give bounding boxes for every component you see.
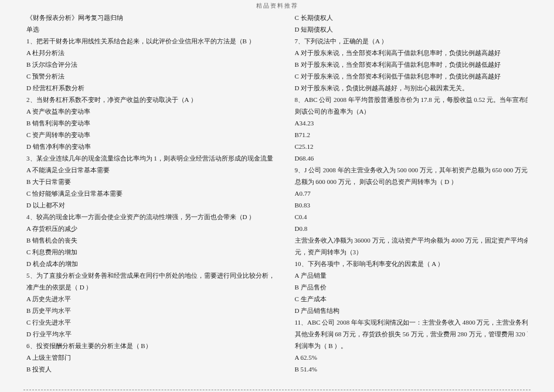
text-line: C25.12	[295, 141, 528, 152]
text-line: C 恰好能够满足企业日常基本需要	[26, 188, 274, 199]
text-line: C 行业先进水平	[26, 316, 274, 328]
text-line: B 沃尔综合评分法	[26, 59, 274, 70]
text-line: 2、当财务杠杆系数不变时，净资产收益的变动取决于（A ）	[26, 94, 274, 105]
text-line: 元，资产周转率为（3）	[295, 246, 528, 258]
text-line: 准产生的依据是（ D ）	[26, 281, 274, 293]
text-line: B 销售利润率的变动率	[26, 117, 274, 129]
text-line: A 上级主管部门	[26, 352, 274, 363]
text-line: 单选	[26, 23, 274, 35]
text-line: 7、下列说法中，正确的是（A ）	[295, 35, 528, 47]
text-line: A 62.5%	[295, 352, 528, 363]
text-line: C 预警分析法	[26, 70, 274, 82]
text-line: 10、下列各项中，不影响毛利率变化的因素是（ A ）	[295, 258, 528, 270]
text-line: 4、较高的现金比率一方面会使企业资产的流动性增强，另一方面也会带来（D ）	[26, 211, 274, 223]
text-line: 5、为了直接分析企业财务善和经营成果在同行中所处的地位，需要进行同业比较分析，其…	[26, 270, 274, 281]
text-line: D0.8	[295, 223, 528, 234]
text-line: C0.4	[295, 211, 528, 223]
text-line: B 销售机会的丧失	[26, 234, 274, 246]
text-line: 其他业务利润 68 万元，存货跌价损失 56 万元，营业费用 280 万元，管理…	[295, 328, 528, 340]
text-line: C 资产周转率的变动率	[26, 129, 274, 141]
text-line: 总额为 600 000 万元， 则该公司的总资产周转率为（ D ）	[295, 176, 528, 188]
text-line: A 杜邦分析法	[26, 47, 274, 59]
text-line: 11、ABC 公司 2008 年年实现利润情况如一：主营业务收入 4800 万元…	[295, 316, 528, 328]
header-banner: 精品资料推荐	[0, 0, 554, 12]
text-line: 则该公司的市盈率为（A）	[295, 105, 528, 117]
text-line: A 不能满足企业日常基本需要	[26, 164, 274, 176]
text-line: B 产品售价	[295, 281, 528, 293]
text-line: C 生产成本	[295, 293, 528, 305]
text-line: 利润率为（ B ）。	[295, 340, 528, 352]
text-line: 《财务报表分析》网考复习题归纳	[26, 12, 274, 23]
text-line: 主营业务收入净额为 36000 万元，流动资产平均余额为 4000 万元，固定资…	[295, 234, 528, 246]
text-line: D 产品销售结构	[295, 305, 528, 316]
text-line: A34.23	[295, 117, 528, 129]
text-line: 3、某企业连续几年的现金流量综合比率均为 1，则表明企业经营活动所形成的现金流量…	[26, 152, 274, 164]
text-line: C 利息费用的增加	[26, 246, 274, 258]
text-line: B 大于日常需要	[26, 176, 274, 188]
text-line: D 行业平均水平	[26, 328, 274, 340]
text-line: A 存货积压的减少	[26, 223, 274, 234]
text-line: D 以上都不对	[26, 199, 274, 211]
text-line: 6、投资报酬分析最主要的分析主体是（ B）	[26, 340, 274, 352]
text-line: A 资产收益率的变动率	[26, 105, 274, 117]
text-line: A 对于股东来说，当全部资本利润高于借款利息率时，负债比例越高越好	[295, 47, 528, 59]
left-column: 《财务报表分析》网考复习题归纳单选1、把若干财务比率用线性关系结合起来，以此评价…	[23, 12, 277, 375]
text-line: 1、把若干财务比率用线性关系结合起来，以此评价企业信用水平的方法是（B ）	[26, 35, 274, 47]
text-line: 9、J 公司 2008 年的主营业务收入为 500 000 万元，其年初资产总额…	[295, 164, 528, 176]
text-line: B71.2	[295, 129, 528, 141]
right-column: C 长期债权人D 短期债权人7、下列说法中，正确的是（A ）A 对于股东来说，当…	[277, 12, 531, 375]
text-line: B 对于股东来说，当全部资本利润高于借款利息率时，负债比例越低越好	[295, 59, 528, 70]
footer-divider	[23, 390, 531, 390]
text-line: D 经营杠杆系数分析	[26, 82, 274, 94]
text-line: B 投资人	[26, 363, 274, 375]
text-line: D 短期债权人	[295, 23, 528, 35]
text-line: C 对于股东来说，当全部资本利润低于借款利息率时，负债比例越高越好	[295, 70, 528, 82]
text-line: D 销售净利率的变动率	[26, 141, 274, 152]
text-line: 8、ABC 公司 2008 年平均普股普通股市价为 17.8 元，每股收益 0.…	[295, 94, 528, 105]
document-body: 《财务报表分析》网考复习题归纳单选1、把若干财务比率用线性关系结合起来，以此评价…	[0, 12, 554, 381]
text-line: D68.46	[295, 152, 528, 164]
text-line: A 产品销量	[295, 270, 528, 281]
text-line: C 长期债权人	[295, 12, 528, 23]
text-line: A 历史先进水平	[26, 293, 274, 305]
text-line: B0.83	[295, 199, 528, 211]
text-line: D 对于股东来说，负债比例越高越好，与别出心裁因素无关。	[295, 82, 528, 94]
text-line: B 历史平均水平	[26, 305, 274, 316]
text-line: D 机会成本的增加	[26, 258, 274, 270]
text-line: A0.77	[295, 188, 528, 199]
text-line: B 51.4%	[295, 363, 528, 375]
